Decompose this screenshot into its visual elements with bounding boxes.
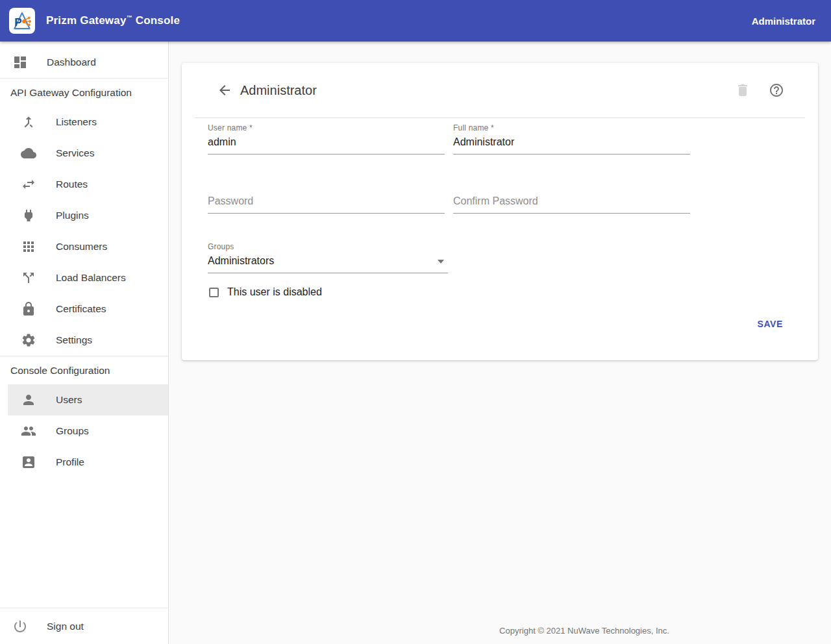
sidebar-item-label: Dashboard [47,56,96,68]
svg-text:P: P [14,16,21,29]
page-title: Administrator [240,83,317,98]
chevron-down-icon [438,260,444,264]
groups-selected-value: Administrators [208,255,274,266]
sidebar-item-label: Plugins [56,210,89,221]
groups-field-group: Groups Administrators [208,242,448,273]
password-field-group [208,192,445,214]
fullname-input[interactable] [453,132,690,155]
user-detail-card: Administrator User name * Full name * [182,63,818,360]
confirm-password-field-group [453,192,690,214]
sidebar-item-users[interactable]: Users [0,384,168,415]
sidebar-item-label: Profile [56,456,84,468]
sidebar-item-listeners[interactable]: Listeners [0,106,168,138]
copyright-notice: Copyright © 2021 NuWave Technologies, In… [338,626,831,636]
sidebar-item-label: Services [56,147,94,159]
sidebar-item-label: Load Balancers [56,272,126,284]
user-disabled-label: This user is disabled [227,286,322,298]
sidebar-item-label: Listeners [56,116,97,128]
signout-label: Sign out [47,621,84,632]
gear-icon [21,332,36,348]
sidebar-item-consumers[interactable]: Consumers [0,231,168,262]
username-label: User name * [208,123,445,132]
sidebar-item-certificates[interactable]: Certificates [0,293,168,325]
app-logo: P [9,8,35,34]
swap-horizontal-icon [21,177,36,192]
call-split-icon [21,270,36,286]
username-input[interactable] [208,132,445,155]
sidebar-item-routes[interactable]: Routes [0,169,168,200]
card-header: Administrator [182,63,818,118]
call-merge-icon [21,114,36,130]
groups-select[interactable]: Administrators [208,251,448,273]
user-form: User name * Full name * Groups [182,118,818,334]
back-button[interactable] [217,82,232,98]
confirm-password-input[interactable] [453,192,690,214]
help-button[interactable] [769,82,784,98]
apps-grid-icon [21,239,36,254]
app-title: Prizm Gateway™ Console [46,14,180,27]
sidebar-item-label: Routes [56,179,88,190]
sidebar-item-label: Users [56,394,82,406]
main-content: Administrator User name * Full name * [169,42,831,644]
signout-button[interactable]: Sign out [0,608,168,644]
sidebar-item-label: Consumers [56,241,107,253]
sidebar-item-label: Settings [56,334,92,346]
sidebar-item-settings[interactable]: Settings [0,325,168,356]
prizm-logo-icon: P [10,9,34,32]
trash-icon [735,82,750,98]
logged-in-user: Administrator [752,16,815,27]
person-icon [21,392,36,408]
card-actions: SAVE [208,314,818,334]
sidebar-item-plugins[interactable]: Plugins [0,200,168,231]
lock-icon [21,301,36,317]
people-icon [21,423,36,439]
account-box-icon [21,454,36,470]
sidebar-item-label: Groups [56,425,89,437]
cloud-icon [21,145,36,161]
help-circle-icon [769,82,784,98]
sidebar-item-profile[interactable]: Profile [0,447,168,478]
section-header-api-gateway: API Gateway Configuration [0,78,168,106]
sidebar-item-label: Certificates [56,303,106,315]
delete-user-button[interactable] [735,82,750,98]
sidebar-item-services[interactable]: Services [0,138,168,169]
user-disabled-checkbox[interactable] [209,288,219,297]
username-field-group: User name * [208,123,445,155]
fullname-field-group: Full name * [453,123,690,155]
sidebar: Dashboard API Gateway Configuration List… [0,42,169,644]
arrow-back-icon [217,82,232,98]
sidebar-item-groups[interactable]: Groups [0,415,168,447]
password-input[interactable] [208,192,445,214]
dashboard-icon [12,55,28,70]
fullname-label: Full name * [453,123,690,132]
app-bar: P Prizm Gateway™ Console Administrator [0,0,831,42]
sidebar-item-load-balancers[interactable]: Load Balancers [0,262,168,293]
power-plug-icon [21,208,36,223]
disabled-checkbox-row: This user is disabled [208,286,818,298]
section-header-console: Console Configuration [0,356,168,384]
sidebar-item-dashboard[interactable]: Dashboard [0,47,168,78]
save-button[interactable]: SAVE [752,314,789,334]
power-icon [12,619,28,634]
groups-label: Groups [208,242,448,251]
